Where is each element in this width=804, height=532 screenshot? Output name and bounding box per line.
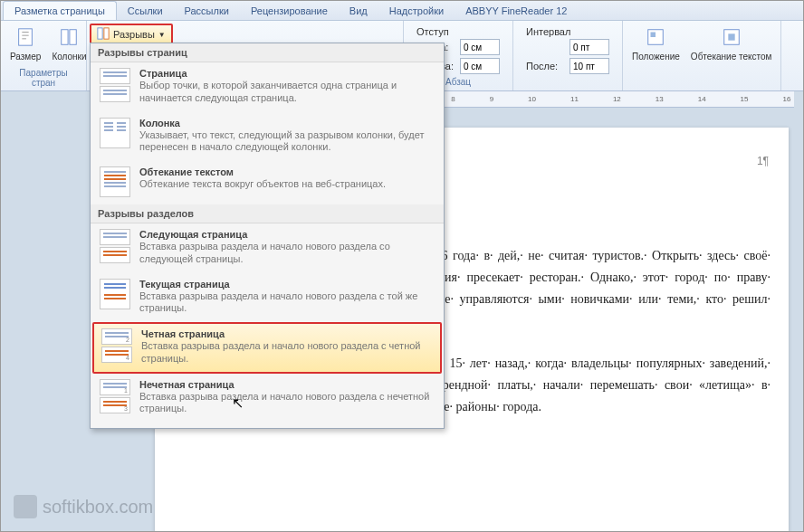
- dd-evenpage-title: Четная страница: [141, 328, 433, 339]
- svg-rect-8: [104, 28, 109, 39]
- svg-rect-7: [98, 28, 102, 39]
- column-break-icon: [100, 118, 130, 148]
- position-icon: [643, 24, 668, 50]
- size-button[interactable]: Размер: [6, 23, 44, 63]
- breaks-label: Разрывы: [113, 29, 155, 40]
- tab-abbyy[interactable]: ABBYY FineReader 12: [455, 1, 578, 20]
- chevron-down-icon: ▼: [158, 31, 166, 39]
- dd-oddpage-title: Нечетная страница: [139, 379, 435, 390]
- columns-button[interactable]: Колонки: [48, 23, 90, 63]
- dd-item-page[interactable]: Страница Выбор точки, в которой заканчив…: [91, 62, 444, 112]
- breaks-icon: [97, 27, 110, 42]
- spacing-before-input[interactable]: [570, 39, 609, 55]
- dd-item-odd-page[interactable]: Нечетная страница Вставка разрыва раздел…: [91, 374, 444, 423]
- dd-item-even-page[interactable]: Четная страница Вставка разрыва раздела …: [92, 322, 442, 374]
- spacing-after-input[interactable]: [570, 58, 609, 74]
- dd-item-column[interactable]: Колонка Указывает, что текст, следующий …: [91, 112, 444, 162]
- dd-nextpage-title: Следующая страница: [139, 229, 435, 240]
- columns-label: Колонки: [52, 52, 86, 62]
- textwrap-break-icon: [100, 166, 130, 197]
- watermark-text: softikbox.com: [43, 497, 153, 518]
- wrap-label: Обтекание текстом: [691, 52, 772, 62]
- position-button[interactable]: Положение: [628, 23, 684, 63]
- dd-section-section-breaks: Разрывы разделов: [91, 204, 444, 223]
- position-label: Положение: [632, 52, 680, 62]
- dd-item-textwrap[interactable]: Обтекание текстом Обтекание текста вокру…: [91, 161, 444, 204]
- spacing-before-label: [526, 42, 566, 52]
- page-params-label: Параметры стран: [6, 68, 81, 89]
- size-label: Размер: [10, 52, 41, 62]
- continuous-break-icon: [100, 279, 130, 309]
- dd-textwrap-desc: Обтекание текста вокруг объектов на веб-…: [139, 178, 435, 191]
- indent-title: Отступ: [416, 26, 500, 37]
- dd-evenpage-desc: Вставка разрыва раздела и начало нового …: [141, 340, 433, 366]
- dd-textwrap-title: Обтекание текстом: [139, 166, 435, 177]
- dd-continuous-title: Текущая страница: [139, 279, 435, 290]
- watermark: softikbox.com: [14, 495, 153, 518]
- dd-page-desc: Выбор точки, в которой заканчивается одн…: [139, 80, 435, 105]
- page-size-icon: [13, 24, 38, 50]
- spacing-after-label: После:: [526, 61, 566, 71]
- indent-right-input[interactable]: [460, 58, 500, 74]
- tab-page-layout[interactable]: Разметка страницы: [3, 1, 117, 20]
- dd-item-continuous[interactable]: Текущая страница Вставка разрыва раздела…: [91, 273, 444, 323]
- breaks-dropdown: Разрывы страниц Страница Выбор точки, в …: [90, 43, 445, 429]
- tab-review[interactable]: Рецензирование: [240, 1, 339, 20]
- dd-column-desc: Указывает, что текст, следующий за разры…: [139, 129, 435, 155]
- svg-rect-4: [651, 33, 656, 38]
- tab-mailings[interactable]: Рассылки: [174, 1, 240, 20]
- wrap-icon: [719, 24, 744, 50]
- dd-column-title: Колонка: [139, 118, 435, 128]
- page-number: 1¶: [757, 155, 769, 167]
- dd-nextpage-desc: Вставка разрыва раздела и начало нового …: [139, 241, 435, 266]
- svg-rect-1: [62, 30, 68, 45]
- svg-rect-2: [70, 30, 76, 45]
- dd-continuous-desc: Вставка разрыва раздела и начало нового …: [139, 290, 435, 316]
- tab-view[interactable]: Вид: [339, 1, 378, 20]
- dd-page-title: Страница: [139, 68, 435, 79]
- dd-section-page-breaks: Разрывы страниц: [91, 43, 444, 62]
- svg-rect-0: [19, 29, 33, 45]
- tab-addins[interactable]: Надстройки: [378, 1, 455, 20]
- wrap-button[interactable]: Обтекание текстом: [687, 23, 776, 63]
- tab-links[interactable]: Ссылки: [117, 1, 174, 20]
- ribbon-tabs: Разметка страницы Ссылки Рассылки Реценз…: [1, 1, 803, 21]
- svg-rect-6: [728, 33, 734, 40]
- dd-oddpage-desc: Вставка разрыва раздела и начало нового …: [139, 391, 435, 416]
- dd-item-next-page[interactable]: Следующая страница Вставка разрыва разде…: [91, 223, 444, 273]
- columns-icon: [56, 24, 81, 50]
- spacing-title: Интервал: [526, 26, 609, 37]
- watermark-logo-icon: [14, 495, 37, 518]
- indent-left-input[interactable]: [460, 39, 500, 55]
